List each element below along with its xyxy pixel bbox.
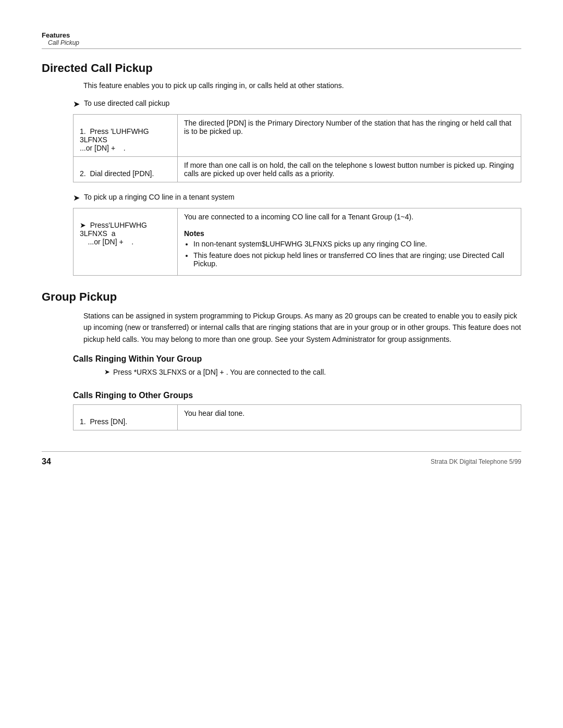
page-header: Features Call Pickup xyxy=(42,31,521,49)
header-subtitle: Call Pickup xyxy=(42,39,521,46)
procedure1-label-row: ➤ To use directed call pickup xyxy=(73,99,521,109)
other-step1-num: 1. xyxy=(80,417,90,426)
group-pickup-section: Group Pickup Stations can be assigned in… xyxy=(42,290,521,430)
table-row: 1. Press [DN]. You hear dial tone. xyxy=(74,405,521,430)
procedure1-label: To use directed call pickup xyxy=(84,99,169,107)
calls-ringing-other-table: 1. Press [DN]. You hear dial tone. xyxy=(73,404,521,430)
notes-list: In non-tenant system$LUHFWHG 3LFNXS pick… xyxy=(184,240,515,268)
table-row: 1. Press 'LUHFWHG 3LFNXS...or [DN] + . T… xyxy=(74,115,521,157)
table-row: 2. Dial directed [PDN]. If more than one… xyxy=(74,157,521,182)
procedure1-table: 1. Press 'LUHFWHG 3LFNXS...or [DN] + . T… xyxy=(73,114,521,182)
other-step1-action: 1. Press [DN]. xyxy=(74,405,178,430)
arrow-icon-3: ➤ xyxy=(104,368,110,376)
directed-call-pickup-intro: This feature enables you to pick up call… xyxy=(83,81,521,90)
calls-ringing-other-title: Calls Ringing to Other Groups xyxy=(73,391,521,400)
step-co-description: You are connected to a incoming CO line … xyxy=(178,208,521,276)
list-item: This feature does not pickup held lines … xyxy=(193,251,515,268)
co-description-text: You are connected to a incoming CO line … xyxy=(184,213,515,221)
footer-doc-title: Strata DK Digital Telephone 5/99 xyxy=(431,458,521,465)
group-pickup-intro: Stations can be assigned in system progr… xyxy=(83,310,521,345)
calls-ringing-within-text: Press *URXS 3LFNXS or a [DN] + . You are… xyxy=(113,368,326,376)
procedure2-label: To pick up a ringing CO line in a tenant… xyxy=(84,193,235,201)
procedure1-block: ➤ To use directed call pickup 1. Press '… xyxy=(73,99,521,182)
directed-call-pickup-section: Directed Call Pickup This feature enable… xyxy=(42,61,521,276)
step-co-action: ➤ Press'LUHFWHG 3LFNXS a ...or [DN] + . xyxy=(74,208,178,276)
group-pickup-title: Group Pickup xyxy=(42,290,521,304)
step1-action: 1. Press 'LUHFWHG 3LFNXS...or [DN] + . xyxy=(74,115,178,157)
step2-description: If more than one call is on hold, the ca… xyxy=(178,157,521,182)
table-row: ➤ Press'LUHFWHG 3LFNXS a ...or [DN] + . … xyxy=(74,208,521,276)
arrow-icon-2: ➤ xyxy=(73,193,80,203)
step2-num: 2. xyxy=(80,169,90,178)
arrow-icon-1: ➤ xyxy=(73,99,80,109)
directed-call-pickup-title: Directed Call Pickup xyxy=(42,61,521,75)
calls-ringing-other-block: Calls Ringing to Other Groups 1. Press [… xyxy=(73,391,521,430)
step2-action: 2. Dial directed [PDN]. xyxy=(74,157,178,182)
step1-description: The directed [PDN] is the Primary Direct… xyxy=(178,115,521,157)
list-item: In non-tenant system$LUHFWHG 3LFNXS pick… xyxy=(193,240,515,248)
notes-label: Notes xyxy=(184,229,515,238)
header-features-label: Features xyxy=(42,31,521,39)
procedure2-label-row: ➤ To pick up a ringing CO line in a tena… xyxy=(73,193,521,203)
page-footer: 34 Strata DK Digital Telephone 5/99 xyxy=(42,451,521,466)
calls-ringing-within-trailing: . You are connected to the call. xyxy=(224,368,326,376)
small-arrow-icon: ➤ xyxy=(80,221,86,229)
step1-num: 1. xyxy=(80,127,90,135)
other-step1-description: You hear dial tone. xyxy=(178,405,521,430)
calls-ringing-within-title: Calls Ringing Within Your Group xyxy=(73,354,521,364)
procedure2-table: ➤ Press'LUHFWHG 3LFNXS a ...or [DN] + . … xyxy=(73,208,521,276)
procedure2-block: ➤ To pick up a ringing CO line in a tena… xyxy=(73,193,521,276)
calls-ringing-within-row: ➤ Press *URXS 3LFNXS or a [DN] + . You a… xyxy=(104,368,521,376)
calls-ringing-within-arrow-text: Press *URXS 3LFNXS or a [DN] + xyxy=(113,368,224,376)
calls-ringing-within-block: Calls Ringing Within Your Group ➤ Press … xyxy=(73,354,521,376)
footer-page-number: 34 xyxy=(42,457,51,466)
